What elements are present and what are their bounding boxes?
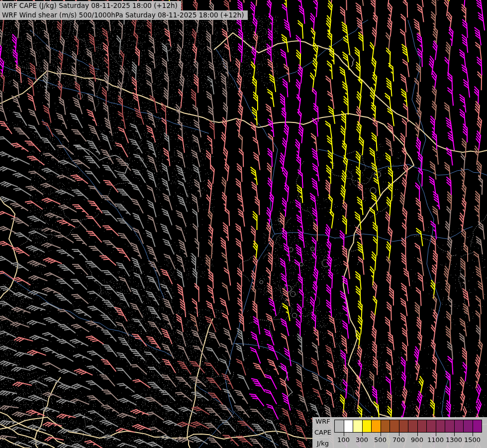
legend-tick [473, 433, 473, 436]
legend-tick [362, 433, 363, 436]
legend-tick [454, 433, 455, 436]
legend-tick [417, 433, 418, 436]
legend-tick [381, 433, 381, 436]
legend-swatch [473, 420, 483, 433]
legend-label-column: WRF CAPE J/kg [312, 418, 333, 447]
legend-tick-label: 300 [356, 436, 368, 444]
legend-tick-label: 500 [374, 436, 387, 444]
legend-tick-label: 100 [337, 436, 350, 444]
legend-swatch [436, 420, 446, 433]
legend-tick [436, 433, 436, 436]
legend-tick [399, 433, 399, 436]
legend-tick-label: 1500 [464, 436, 481, 444]
legend-label-unit: J/kg [317, 440, 329, 447]
legend-swatch [408, 420, 418, 433]
legend-swatch [445, 420, 455, 433]
weather-map-canvas [0, 0, 487, 448]
legend-tick-label: 700 [392, 436, 405, 444]
legend-swatch [353, 420, 363, 433]
legend-swatch [463, 420, 473, 433]
legend-label-model: WRF [315, 418, 330, 425]
legend-swatch [426, 420, 436, 433]
map-title-windshear: WRF Wind shear (m/s) 500/1000hPa Saturda… [0, 10, 248, 20]
weather-map-page: WRF CAPE (J/kg) Saturday 08-11-2025 18:0… [0, 0, 487, 448]
legend-swatch [454, 420, 464, 433]
legend-tick [344, 433, 344, 436]
cape-legend: WRF CAPE J/kg 10030050070090011001300150… [312, 417, 487, 448]
legend-swatch [371, 420, 381, 433]
legend-swatch [362, 420, 372, 433]
legend-label-parameter: CAPE [314, 429, 331, 436]
legend-swatch [334, 420, 344, 433]
legend-swatch [344, 420, 354, 433]
legend-swatch [381, 420, 390, 433]
legend-swatch [417, 420, 427, 433]
legend-swatch [399, 420, 409, 433]
legend-color-bar [334, 420, 482, 433]
legend-tick-label: 900 [411, 436, 423, 444]
map-title-cape: WRF CAPE (J/kg) Saturday 08-11-2025 18:0… [0, 1, 181, 10]
legend-swatch [390, 420, 399, 433]
legend-tick-label: 1100 [427, 436, 444, 444]
legend-tick-label: 1300 [446, 436, 462, 444]
